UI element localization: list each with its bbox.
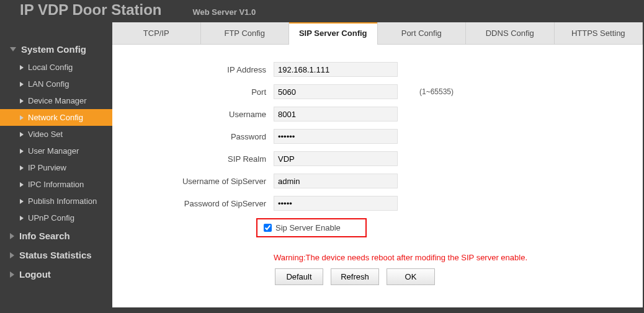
refresh-button[interactable]: Refresh bbox=[331, 268, 379, 285]
password-label: Password bbox=[150, 132, 274, 141]
port-label: Port bbox=[150, 87, 274, 97]
sidebar-item-ipc-information[interactable]: IPC Information bbox=[0, 176, 112, 193]
sip-form: IP Address Port (1~65535) Username Passw… bbox=[112, 45, 643, 302]
app-title: IP VDP Door Station bbox=[20, 1, 161, 19]
sip-realm-input[interactable] bbox=[274, 151, 398, 166]
ok-button[interactable]: OK bbox=[387, 268, 435, 285]
footer-spacer bbox=[0, 307, 644, 313]
main-panel: TCP/IP FTP Config SIP Server Config Port… bbox=[112, 22, 644, 307]
tab-ftp-config[interactable]: FTP Config bbox=[201, 22, 290, 45]
chevron-right-icon bbox=[10, 233, 14, 239]
sipserver-username-input[interactable] bbox=[274, 174, 398, 188]
sidebar-group-label: Info Search bbox=[19, 231, 70, 241]
sipserver-username-label: Username of SipServer bbox=[150, 177, 274, 186]
tab-sip-server-config[interactable]: SIP Server Config bbox=[289, 22, 378, 45]
sidebar-group-system-config[interactable]: System Config bbox=[0, 40, 112, 59]
username-label: Username bbox=[150, 110, 274, 119]
sidebar-group-status-statistics[interactable]: Status Statistics bbox=[0, 245, 112, 265]
sidebar-item-local-config[interactable]: Local Config bbox=[0, 59, 112, 76]
tab-ddns-config[interactable]: DDNS Config bbox=[466, 22, 555, 45]
port-hint: (1~65535) bbox=[419, 87, 454, 96]
sidebar-group-info-search[interactable]: Info Search bbox=[0, 226, 112, 245]
tab-https-setting[interactable]: HTTPS Setting bbox=[555, 22, 643, 45]
default-button[interactable]: Default bbox=[275, 268, 323, 285]
port-input[interactable] bbox=[274, 84, 398, 99]
app-header: IP VDP Door Station Web Server V1.0 bbox=[0, 0, 644, 22]
sip-server-enable-label: Sip Server Enable bbox=[275, 223, 341, 232]
sidebar-group-label: System Config bbox=[21, 44, 86, 55]
chevron-right-icon bbox=[10, 271, 14, 278]
sipserver-password-input[interactable] bbox=[274, 196, 398, 211]
sip-server-enable-checkbox[interactable] bbox=[264, 224, 272, 232]
sidebar-group-label: Logout bbox=[19, 269, 51, 280]
sidebar-item-ip-purview[interactable]: IP Purview bbox=[0, 159, 112, 176]
ip-address-input[interactable] bbox=[274, 62, 398, 77]
sipserver-password-label: Password of SipServer bbox=[150, 199, 274, 208]
sidebar-item-publish-information[interactable]: Publish Information bbox=[0, 193, 112, 209]
sidebar-item-lan-config[interactable]: LAN Config bbox=[0, 76, 112, 92]
sidebar-item-user-manager[interactable]: User Manager bbox=[0, 143, 112, 159]
sidebar-item-device-manager[interactable]: Device Manager bbox=[0, 92, 112, 109]
ip-address-label: IP Address bbox=[150, 65, 274, 74]
sip-server-enable-wrapper[interactable]: Sip Server Enable bbox=[256, 218, 367, 237]
warning-text: Warning:The device needs reboot after mo… bbox=[274, 253, 606, 262]
sidebar: System Config Local Config LAN Config De… bbox=[0, 22, 112, 307]
sidebar-group-label: Status Statistics bbox=[19, 250, 92, 260]
tab-port-config[interactable]: Port Config bbox=[378, 22, 467, 45]
tab-tcpip[interactable]: TCP/IP bbox=[112, 22, 201, 45]
chevron-right-icon bbox=[10, 252, 14, 258]
sidebar-group-logout[interactable]: Logout bbox=[0, 265, 112, 284]
sidebar-item-network-config[interactable]: Network Config bbox=[0, 109, 112, 126]
sip-realm-label: SIP Realm bbox=[150, 154, 274, 164]
tab-bar: TCP/IP FTP Config SIP Server Config Port… bbox=[112, 22, 643, 45]
password-input[interactable] bbox=[274, 129, 398, 144]
chevron-down-icon bbox=[10, 47, 16, 51]
app-subtitle: Web Server V1.0 bbox=[192, 7, 256, 17]
sidebar-item-video-set[interactable]: Video Set bbox=[0, 126, 112, 143]
sidebar-item-upnp-config[interactable]: UPnP Config bbox=[0, 209, 112, 226]
username-input[interactable] bbox=[274, 107, 398, 121]
